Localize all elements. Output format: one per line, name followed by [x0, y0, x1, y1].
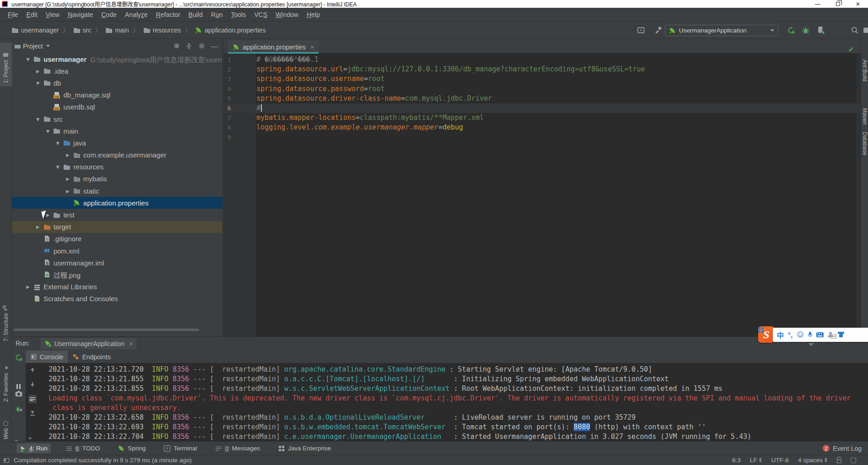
gear-icon[interactable]: [198, 43, 205, 49]
stripe-button-ant-build[interactable]: Ant Build: [861, 56, 868, 85]
editor-line[interactable]: 2spring.datasource.url=jdbc:mysql://127.…: [223, 65, 861, 74]
stripe-button-favorites[interactable]: 2: Favorites★: [0, 354, 12, 405]
indicator-icon[interactable]: [851, 458, 856, 463]
stop-icon[interactable]: [831, 26, 840, 34]
project-panel-title[interactable]: Project: [23, 43, 43, 50]
editor-line[interactable]: 7mybatis.mapper-locations=classpath:myba…: [223, 113, 861, 123]
tree-item-static[interactable]: ▶static: [12, 185, 222, 197]
ime-keyboard-icon[interactable]: [816, 332, 824, 337]
status-message[interactable]: Compilation completed successfully in 9 …: [14, 457, 192, 464]
ime-language-button[interactable]: 中: [777, 330, 784, 340]
stripe-button-database[interactable]: Database: [861, 129, 868, 158]
ime-skin-icon[interactable]: [838, 332, 844, 337]
tool-window-toggle-icon[interactable]: [4, 458, 9, 463]
stripe-button-maven[interactable]: Maven: [861, 105, 868, 128]
tree-item-src[interactable]: ▼src: [12, 113, 222, 125]
menu-item-navigate[interactable]: Navigate: [64, 9, 97, 20]
ime-toolbox-icon[interactable]: [848, 331, 854, 338]
console-line[interactable]: 2021-10-28 22:13:22.658 INFO 8356 --- [ …: [26, 413, 868, 422]
toolwindow-button-terminal[interactable]: Terminal: [161, 443, 200, 453]
tree-item-mybatis[interactable]: ▶mybatis: [12, 173, 222, 185]
console-tab[interactable]: Console: [26, 351, 68, 363]
tree-item-main[interactable]: ▼main: [12, 125, 222, 137]
editor-body[interactable]: 1# �ü�����³���.12spring.datasource.url=j…: [223, 54, 861, 336]
editor-line[interactable]: 6#: [223, 103, 861, 113]
minimize-button[interactable]: —: [808, 0, 828, 8]
editor-tab-application-properties[interactable]: application.properties ×: [228, 40, 319, 54]
tree-item-usermanager-iml[interactable]: usermanager.iml: [12, 257, 222, 269]
file-encoding[interactable]: UTF-8: [771, 457, 789, 464]
console-output[interactable]: » 2021-10-28 22:13:21.720 INFO 8356 --- …: [26, 363, 868, 441]
sogou-logo-icon[interactable]: S: [758, 326, 775, 343]
tree-item-db-manage-sql[interactable]: db_manage.sql: [12, 89, 222, 101]
tree-item-usermanager[interactable]: ▼usermanagerG:\study\springboot用户信息增删改查\…: [12, 53, 222, 65]
search-everywhere-icon[interactable]: [851, 26, 859, 34]
run-configuration-select[interactable]: UsermanagerApplication: [665, 25, 778, 36]
toolwindow-button-0-messages[interactable]: 0: Messages: [212, 443, 263, 453]
chevron-collapsed-icon[interactable]: ▶: [33, 224, 43, 229]
thread-dump-camera-icon[interactable]: [15, 389, 23, 398]
editor-line[interactable]: 4spring.datasource.password=root: [223, 84, 861, 94]
editor-line[interactable]: 8logging.level.com.example.usermanager.m…: [223, 123, 861, 132]
chevron-down-icon[interactable]: [46, 45, 50, 47]
ime-account-icon[interactable]: 14: [828, 332, 834, 338]
breadcrumb-main[interactable]: main: [104, 26, 130, 35]
menu-item-edit[interactable]: Edit: [22, 9, 42, 20]
line-separator[interactable]: LF: [750, 457, 762, 464]
menu-item-refactor[interactable]: Refactor: [152, 9, 184, 20]
ime-punctuation-button[interactable]: °,: [788, 331, 792, 339]
tree-item-pom-xml[interactable]: pom.xml: [12, 245, 222, 257]
breadcrumb-usermanager[interactable]: usermanager: [10, 26, 60, 35]
editor-line[interactable]: 9: [223, 133, 861, 142]
tree-item-resources[interactable]: ▼resources: [12, 161, 222, 173]
menu-item-help[interactable]: Help: [303, 9, 324, 20]
menu-item-tools[interactable]: Tools: [227, 9, 250, 20]
toolwindow-button-spring[interactable]: Spring: [115, 443, 149, 453]
caret-position[interactable]: 6:3: [732, 457, 741, 464]
debug-icon[interactable]: [802, 26, 810, 34]
toolwindow-button-4-run[interactable]: 4: Run: [16, 443, 51, 453]
build-hammer-icon[interactable]: [654, 26, 662, 34]
stripe-button-structure[interactable]: 7: Structure: [0, 294, 12, 345]
editor-line[interactable]: 3spring.datasource.username=root: [223, 74, 861, 84]
run-tab-usermanagerapplication[interactable]: UsermanagerApplication ×: [40, 337, 138, 349]
editor-line[interactable]: 5spring.datasource.driver-class-name=com…: [223, 94, 861, 103]
tree-horizontal-scrollbar[interactable]: [14, 329, 199, 331]
menu-item-code[interactable]: Code: [97, 9, 121, 20]
chevron-collapsed-icon[interactable]: ▶: [62, 189, 73, 194]
console-line[interactable]: 2021-10-28 22:13:21.720 INFO 8356 --- [ …: [26, 365, 868, 374]
menu-item-vcs[interactable]: VCS: [250, 9, 271, 20]
locate-file-icon[interactable]: ⊕: [174, 43, 179, 49]
chevron-expanded-icon[interactable]: ▼: [22, 57, 33, 62]
breadcrumb-application-properties[interactable]: application.properties: [194, 26, 267, 35]
chevron-collapsed-icon[interactable]: ▶: [62, 152, 73, 157]
breadcrumb-resources[interactable]: resources: [142, 26, 182, 35]
chevron-expanded-icon[interactable]: ▼: [42, 129, 53, 134]
chevron-expanded-icon[interactable]: ▼: [52, 141, 63, 146]
collapse-all-icon[interactable]: [185, 43, 192, 49]
tree-item-application-properties[interactable]: application.properties: [12, 197, 222, 209]
tree-item-png[interactable]: 过程.png: [12, 269, 222, 281]
chevron-expanded-icon[interactable]: ▼: [33, 117, 43, 122]
tree-item-gitignore[interactable]: .gitignore: [12, 233, 222, 245]
tree-item-idea[interactable]: ▶.idea: [12, 65, 222, 77]
breadcrumb-src[interactable]: src: [72, 26, 93, 35]
ime-collapse-icon[interactable]: [808, 343, 814, 346]
restart-debug-icon[interactable]: [15, 405, 23, 413]
tree-item-db[interactable]: ▼db: [12, 77, 222, 89]
coverage-icon[interactable]: [817, 26, 825, 34]
preview-tool-window-icon[interactable]: [637, 26, 645, 34]
editor-line[interactable]: 1# �ü�����³���.1: [223, 55, 861, 65]
close-run-tab-icon[interactable]: ×: [129, 340, 133, 347]
chevron-collapsed-icon[interactable]: ▶: [33, 69, 43, 74]
console-line[interactable]: 2021-10-28 22:13:22.693 INFO 8356 --- [ …: [26, 422, 868, 432]
ide-settings-icon[interactable]: [863, 26, 868, 34]
stripe-button-project[interactable]: 1: Project: [0, 43, 12, 87]
chevron-expanded-icon[interactable]: ▼: [33, 81, 43, 86]
tree-item-external-libraries[interactable]: ▶External Libraries: [12, 281, 222, 293]
menu-item-window[interactable]: Window: [271, 9, 303, 20]
tree-item-scratches-and-consoles[interactable]: Scratches and Consoles: [12, 293, 222, 305]
console-line[interactable]: 2021-10-28 22:13:21.855 INFO 8356 --- [ …: [26, 384, 868, 394]
console-line[interactable]: 2021-10-28 22:13:22.704 INFO 8356 --- [ …: [26, 432, 868, 442]
menu-item-build[interactable]: Build: [184, 9, 207, 20]
